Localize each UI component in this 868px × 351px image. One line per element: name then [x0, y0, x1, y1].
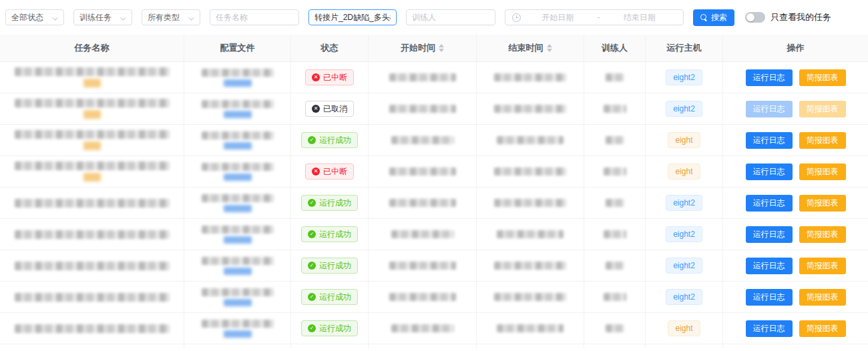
actions-cell: [723, 344, 868, 348]
status-cell: ✕ 已取消: [291, 93, 369, 124]
config-file-redacted-text: [202, 320, 274, 328]
run-log-button[interactable]: 运行日志: [746, 69, 793, 86]
start-time-cell: [369, 344, 477, 348]
trainer-input[interactable]: [412, 13, 489, 22]
model-name-input[interactable]: [314, 13, 391, 22]
config-file-link-redacted[interactable]: [224, 142, 252, 149]
actions-cell: 运行日志 简报图表: [723, 313, 868, 344]
report-chart-button[interactable]: 简报图表: [799, 289, 846, 306]
column-header-trainer: 训练人: [584, 35, 646, 61]
trainer-cell: [584, 188, 646, 218]
status-cell: ✓ 运行成功: [291, 125, 369, 155]
task-name-cell: [0, 344, 184, 348]
task-name-cell: [0, 188, 184, 218]
end-time-redacted: [494, 73, 566, 81]
config-file-cell: [184, 219, 291, 250]
config-file-cell: [184, 93, 291, 124]
search-button[interactable]: 搜索: [693, 9, 734, 26]
table-row: ✓ 运行成功 eight 运行日志 简报图表: [0, 313, 868, 344]
task-name-cell: [0, 156, 184, 187]
task-name-tag-redacted: [83, 173, 101, 182]
run-log-button[interactable]: 运行日志: [746, 226, 793, 243]
start-time-cell: [369, 156, 477, 187]
task-table: 任务名称 配置文件 状态 开始时间 结束时间 训练人 运行主机 操作: [0, 35, 868, 348]
sort-icon[interactable]: [439, 44, 444, 52]
report-chart-button[interactable]: 简报图表: [799, 163, 846, 180]
host-cell: eight2: [646, 250, 723, 281]
category-filter-value: 所有类型: [148, 12, 180, 23]
config-file-link-redacted[interactable]: [224, 268, 252, 275]
chevron-down-icon: [189, 15, 194, 20]
my-tasks-toggle[interactable]: [745, 12, 765, 23]
config-file-link-redacted[interactable]: [224, 173, 252, 181]
table-header-row: 任务名称 配置文件 状态 开始时间 结束时间 训练人 运行主机 操作: [0, 35, 868, 62]
start-time-redacted: [389, 73, 456, 81]
run-log-button[interactable]: 运行日志: [746, 289, 793, 306]
config-file-link-redacted[interactable]: [224, 111, 252, 118]
host-badge: eight2: [666, 195, 702, 211]
task-type-filter-value: 训练任务: [79, 12, 112, 23]
table-row: ✕ 已中断 eight2 运行日志 简报图表: [0, 62, 868, 93]
status-icon: ✓: [308, 230, 316, 238]
end-time-redacted: [497, 230, 564, 238]
status-icon: ✕: [312, 73, 320, 81]
start-time-cell: [369, 282, 477, 312]
start-time-cell: [369, 219, 477, 250]
host-cell: eight2: [646, 93, 723, 124]
trainer-redacted: [606, 73, 624, 81]
report-chart-button[interactable]: 简报图表: [799, 258, 846, 274]
run-log-button[interactable]: 运行日志: [746, 163, 793, 180]
status-badge: ✓ 运行成功: [301, 195, 358, 211]
config-file-redacted-text: [202, 257, 274, 265]
run-log-button[interactable]: 运行日志: [746, 258, 793, 274]
run-log-button[interactable]: 运行日志: [746, 195, 793, 212]
actions-cell: 运行日志 简报图表: [723, 219, 868, 250]
end-time-cell: [477, 156, 584, 187]
config-file-link-redacted[interactable]: [224, 236, 252, 244]
run-log-button[interactable]: 运行日志: [746, 320, 793, 337]
run-log-button[interactable]: 运行日志: [746, 132, 793, 149]
status-cell: ✕ 已中断: [291, 62, 369, 93]
status-icon: ✓: [308, 199, 316, 207]
column-header-host: 运行主机: [646, 35, 723, 61]
host-badge: eight: [668, 163, 700, 180]
column-header-status: 状态: [291, 35, 369, 61]
search-icon: [700, 14, 708, 21]
start-time-cell: [369, 125, 477, 155]
status-cell: [291, 344, 369, 348]
config-file-link-redacted[interactable]: [224, 299, 252, 306]
host-badge: eight: [668, 320, 700, 336]
status-icon: ✓: [308, 293, 316, 301]
column-header-task-name: 任务名称: [0, 35, 184, 61]
config-file-cell: [184, 62, 291, 93]
report-chart-button[interactable]: 简报图表: [799, 320, 846, 337]
config-file-link-redacted[interactable]: [224, 205, 252, 212]
date-range-picker[interactable]: 开始日期 - 结束日期: [505, 9, 684, 25]
task-name-redacted-text: [15, 199, 170, 208]
report-chart-button[interactable]: 简报图表: [799, 195, 846, 212]
task-name-cell: [0, 125, 184, 155]
trainer-cell: [584, 344, 646, 348]
category-filter-select[interactable]: 所有类型: [142, 9, 200, 25]
trainer-cell: [584, 250, 646, 281]
column-header-config-file: 配置文件: [184, 35, 291, 61]
sort-icon[interactable]: [547, 44, 552, 52]
task-type-filter-select[interactable]: 训练任务: [73, 9, 132, 25]
host-badge: eight2: [666, 101, 702, 117]
config-file-link-redacted[interactable]: [224, 79, 252, 87]
task-name-input[interactable]: [216, 13, 293, 22]
status-filter-select[interactable]: 全部状态: [5, 9, 64, 25]
report-chart-button[interactable]: 简报图表: [799, 132, 846, 149]
start-time-cell: [369, 188, 477, 218]
report-chart-button[interactable]: 简报图表: [799, 69, 846, 86]
config-file-link-redacted[interactable]: [224, 330, 252, 338]
task-name-cell: [0, 93, 184, 124]
trainer-cell: [584, 156, 646, 187]
task-name-redacted-text: [15, 324, 170, 333]
start-date-placeholder: 开始日期: [521, 12, 595, 23]
report-chart-button[interactable]: 简报图表: [799, 226, 846, 243]
status-cell: ✓ 运行成功: [291, 250, 369, 281]
actions-cell: 运行日志 简报图表: [723, 282, 868, 312]
report-chart-button: 简报图表: [799, 101, 846, 117]
host-cell: eight: [646, 156, 723, 187]
